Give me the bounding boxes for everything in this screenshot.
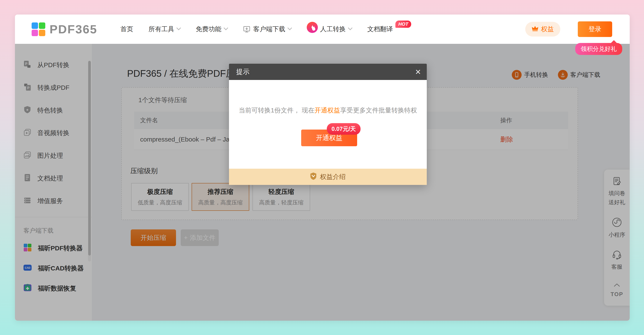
nav-doc-translate[interactable]: 文档翻译 HOT [367, 25, 393, 34]
nav-free-features[interactable]: 免费功能 [196, 25, 228, 34]
chevron-down-icon [176, 26, 181, 30]
modal-header: 提示 × [229, 64, 427, 80]
hot-badge: HOT [395, 21, 411, 28]
logo-grid-icon [32, 23, 45, 36]
crown-icon [532, 26, 538, 33]
close-icon[interactable]: × [415, 67, 421, 77]
benefits-intro-bar[interactable]: 权益介绍 [229, 169, 427, 185]
monitor-download-icon [243, 26, 250, 33]
benefits-button[interactable]: 权益 [525, 22, 560, 37]
main-nav: 首页 所有工具 免费功能 客户端下载 人工转换 文档翻译 [120, 25, 393, 34]
chevron-down-icon [348, 26, 352, 30]
header-right: 权益 登录 [525, 21, 612, 37]
chevron-down-icon [288, 26, 292, 30]
nav-home[interactable]: 首页 [120, 25, 133, 34]
logo-text: PDF365 [50, 22, 97, 36]
modal-title: 提示 [236, 67, 250, 76]
pdf365-logo[interactable]: PDF365 [32, 22, 97, 36]
price-badge: 0.07元/天 [327, 123, 360, 135]
open-benefits-link[interactable]: 开通权益 [315, 107, 340, 114]
nav-client-download[interactable]: 客户端下载 [243, 25, 291, 34]
nav-all-tools[interactable]: 所有工具 [148, 25, 180, 34]
benefit-badge-icon [310, 172, 316, 181]
nav-manual-convert[interactable]: 人工转换 [307, 25, 352, 34]
points-reward-bubble[interactable]: 领积分兑好礼 [575, 43, 622, 55]
chevron-down-icon [224, 26, 228, 30]
fire-icon [307, 22, 318, 33]
tip-modal: 提示 × 当前可转换1份文件， 现在开通权益享受更多文件批量转换特权 0.07元… [229, 64, 427, 185]
app-window: PDF365 首页 所有工具 免费功能 客户端下载 人工转 [15, 15, 630, 321]
login-button[interactable]: 登录 [578, 21, 612, 37]
modal-message: 当前可转换1份文件， 现在开通权益享受更多文件批量转换特权 [229, 106, 427, 115]
top-header: PDF365 首页 所有工具 免费功能 客户端下载 人工转 [15, 15, 630, 44]
